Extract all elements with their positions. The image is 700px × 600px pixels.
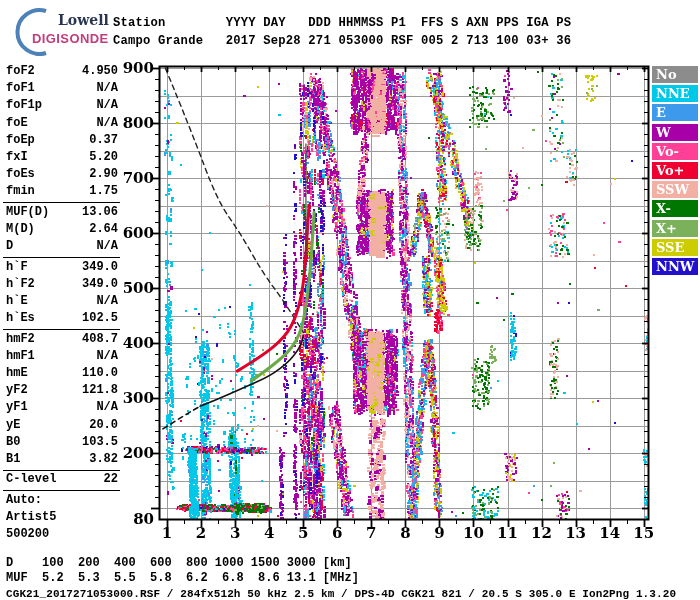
param-label: foF2 (6, 64, 35, 78)
param-value: 5.20 (89, 150, 118, 164)
param-label: fxI (6, 150, 28, 164)
panel-divider (3, 257, 120, 258)
legend-item-vo+: Vo+ (652, 162, 698, 179)
x-tick-label-14: 14 (597, 524, 623, 542)
ionogram-app: Lowell DIGISONDE Station YYYY DAY DDD HH… (0, 0, 700, 600)
footer-d-line: D 100 200 400 600 800 1000 1500 3000 [km… (6, 556, 352, 570)
param-row-b1: B13.82 (6, 452, 118, 466)
param-value: 102.5 (82, 311, 118, 325)
param-row-b0: B0103.5 (6, 435, 118, 449)
param-value: 349.0 (82, 260, 118, 274)
y-tick-label-500: 500 (112, 279, 154, 297)
param-label: foE (6, 116, 28, 130)
logo-digisonde-text: DIGISONDE (32, 31, 109, 46)
y-tick-label-700: 700 (112, 169, 154, 187)
legend-item-ssw: SSW (652, 181, 698, 198)
param-label: hmE (6, 366, 28, 380)
x-tick-label-12: 12 (529, 524, 555, 542)
legend-item-vo-: Vo- (652, 143, 698, 160)
footer-status-line: CGK21_2017271053000.RSF / 284fx512h 50 k… (6, 588, 676, 600)
param-row-mufd: MUF(D)13.06 (6, 205, 118, 219)
param-row-hes: h`Es102.5 (6, 311, 118, 325)
param-label: 500200 (6, 527, 49, 541)
param-label: foEp (6, 133, 35, 147)
param-label: foF1p (6, 98, 42, 112)
param-row-he: h`EN/A (6, 294, 118, 308)
param-row-fxi: fxI5.20 (6, 150, 118, 164)
param-row-clevel: C-level22 (6, 472, 118, 486)
param-value: 110.0 (82, 366, 118, 380)
param-value: 0.37 (89, 133, 118, 147)
param-label: Artist5 (6, 510, 56, 524)
param-row-hf: h`F349.0 (6, 260, 118, 274)
y-tick-label-900: 900 (112, 59, 154, 77)
param-label: hmF1 (6, 349, 35, 363)
x-tick-label-3: 3 (222, 524, 248, 542)
x-tick-label-11: 11 (495, 524, 521, 542)
param-row-hmf1: hmF1N/A (6, 349, 118, 363)
param-row-ye: yE20.0 (6, 418, 118, 432)
x-tick-label-2: 2 (188, 524, 214, 542)
y-tick-label-800: 800 (112, 114, 154, 132)
param-row-foes: foEs2.90 (6, 167, 118, 181)
param-label: B1 (6, 452, 20, 466)
param-row-foe: foEN/A (6, 116, 118, 130)
y-tick-label-400: 400 (112, 334, 154, 352)
param-label: B0 (6, 435, 20, 449)
x-tick-label-13: 13 (563, 524, 589, 542)
x-tick-label-15: 15 (631, 524, 657, 542)
x-tick-label-4: 4 (256, 524, 282, 542)
legend-item-sse: SSE (652, 239, 698, 256)
param-label: MUF(D) (6, 205, 49, 219)
param-row-fof1p: foF1pN/A (6, 98, 118, 112)
x-tick-label-7: 7 (358, 524, 384, 542)
param-label: Auto: (6, 493, 42, 507)
header-line1: Station YYYY DAY DDD HHMMSS P1 FFS S AXN… (113, 16, 571, 30)
param-row-yf1: yF1N/A (6, 400, 118, 414)
param-label: h`Es (6, 311, 35, 325)
y-tick-label-200: 200 (112, 444, 154, 462)
y-tick-label-300: 300 (112, 389, 154, 407)
y-tick-label-80: 80 (112, 510, 154, 528)
param-value: N/A (96, 98, 118, 112)
param-row-fmin: fmin1.75 (6, 184, 118, 198)
param-row-500200: 500200 (6, 527, 118, 541)
x-tick-label-10: 10 (460, 524, 486, 542)
param-label: foEs (6, 167, 35, 181)
legend-item-e: E (652, 104, 698, 121)
y-tick-label-600: 600 (112, 224, 154, 242)
param-row-auto: Auto: (6, 493, 118, 507)
param-label: foF1 (6, 81, 35, 95)
legend-item-x-: X- (652, 200, 698, 217)
x-tick-label-1: 1 (154, 524, 180, 542)
footer-muf-line: MUF 5.2 5.3 5.5 5.8 6.2 6.8 8.6 13.1 [MH… (6, 571, 359, 585)
param-row-fof1: foF1N/A (6, 81, 118, 95)
legend-item-nnw: NNW (652, 258, 698, 275)
legend-item-w: W (652, 124, 698, 141)
param-value: 20.0 (89, 418, 118, 432)
param-row-foep: foEp0.37 (6, 133, 118, 147)
param-label: yF2 (6, 383, 28, 397)
legend-item-noval: No Val (652, 66, 698, 83)
x-tick-label-5: 5 (290, 524, 316, 542)
x-tick-label-9: 9 (426, 524, 452, 542)
panel-divider (3, 490, 120, 491)
lowell-digisonde-logo: Lowell DIGISONDE (6, 4, 116, 54)
param-row-fof2: foF24.950 (6, 64, 118, 78)
param-value: 22 (104, 472, 118, 486)
param-label: h`F2 (6, 277, 35, 291)
x-tick-label-8: 8 (392, 524, 418, 542)
param-label: hmF2 (6, 332, 35, 346)
param-label: C-level (6, 472, 56, 486)
param-label: h`E (6, 294, 28, 308)
param-row-md: M(D)2.64 (6, 222, 118, 236)
param-row-d: DN/A (6, 239, 118, 253)
param-label: h`F (6, 260, 28, 274)
param-row-hmf2: hmF2408.7 (6, 332, 118, 346)
param-label: fmin (6, 184, 35, 198)
legend-item-x+: X+ (652, 220, 698, 237)
panel-divider (3, 329, 120, 330)
header-line2: Campo Grande 2017 Sep28 271 053000 RSF 0… (113, 34, 571, 48)
param-value: N/A (96, 81, 118, 95)
param-row-hf2: h`F2349.0 (6, 277, 118, 291)
